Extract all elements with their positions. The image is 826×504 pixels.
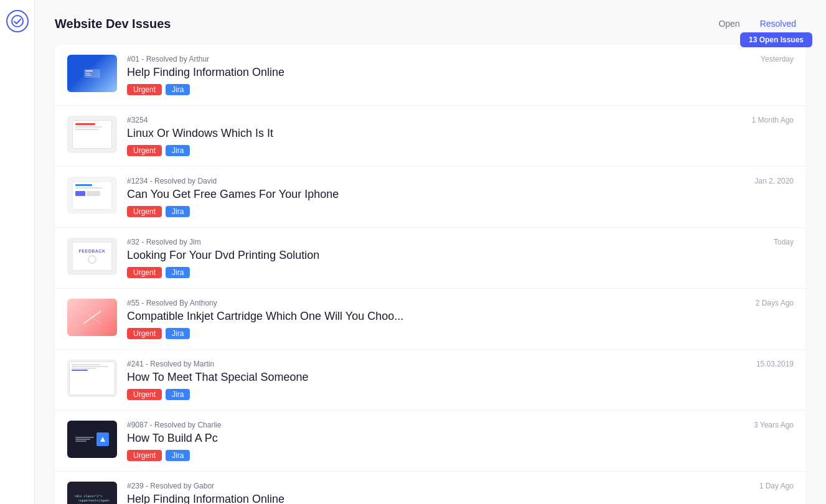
issue-item[interactable]: #01 - Resolved by Arthur Yesterday Help … [55, 45, 806, 106]
issue-body: #241 - Resolved by Martin 15.03.2019 How… [127, 360, 794, 400]
issue-number: #3254 [127, 116, 148, 124]
tag-jira: Jira [166, 328, 190, 339]
issue-number: #32 - Resolved by Jim [127, 238, 201, 246]
tag-jira: Jira [166, 450, 190, 461]
issue-date: Today [774, 238, 794, 246]
issue-body: #9087 - Resolved by Charlie 3 Years Ago … [127, 421, 794, 461]
sidebar-logo[interactable] [6, 10, 29, 32]
main-content: Website Dev Issues Open Resolved 13 Open… [35, 0, 826, 504]
header-tabs: Open Resolved 13 Open Issues [708, 15, 806, 32]
issue-item[interactable]: <div class="c"> <span>text</span></div> … [55, 472, 806, 504]
issue-title: Linux Or Windows Which Is It [127, 127, 794, 140]
tag-jira: Jira [166, 206, 190, 217]
issue-title: How To Meet That Special Someone [127, 371, 794, 384]
tag-jira: Jira [166, 389, 190, 400]
issue-title: Help Finding Information Online [127, 493, 794, 504]
issue-tags: UrgentJira [127, 328, 794, 339]
sidebar: G [0, 0, 35, 504]
page-title: Website Dev Issues [55, 17, 171, 31]
tag-urgent: Urgent [127, 389, 162, 400]
issue-date: 1 Day Ago [759, 482, 794, 490]
issue-date: Yesterday [761, 55, 794, 63]
issue-number: #9087 - Resolved by Charlie [127, 421, 221, 429]
issue-body: #1234 - Resolved by David Jan 2, 2020 Ca… [127, 177, 794, 217]
svg-rect-4 [85, 73, 90, 74]
issue-body: #55 - Resolved By Anthony 2 Days Ago Com… [127, 299, 794, 339]
issue-body: #3254 1 Month Ago Linux Or Windows Which… [127, 116, 794, 156]
issue-tags: UrgentJira [127, 145, 794, 156]
issue-body: #239 - Resolved by Gabor 1 Day Ago Help … [127, 482, 794, 504]
issue-body: #01 - Resolved by Arthur Yesterday Help … [127, 55, 794, 95]
issue-number: #01 - Resolved by Arthur [127, 55, 209, 63]
issue-title: Can You Get Free Games For Your Iphone [127, 188, 794, 201]
issue-meta: #241 - Resolved by Martin 15.03.2019 [127, 360, 794, 368]
issue-meta: #1234 - Resolved by David Jan 2, 2020 [127, 177, 794, 185]
tag-urgent: Urgent [127, 328, 162, 339]
issue-thumbnail [67, 360, 117, 397]
issue-thumbnail [67, 55, 117, 92]
issue-date: Jan 2, 2020 [754, 177, 794, 185]
svg-point-0 [12, 16, 23, 27]
issue-number: #55 - Resolved By Anthony [127, 299, 217, 307]
tag-urgent: Urgent [127, 84, 162, 95]
issue-item[interactable]: #1234 - Resolved by David Jan 2, 2020 Ca… [55, 167, 806, 228]
issue-meta: #9087 - Resolved by Charlie 3 Years Ago [127, 421, 794, 429]
issues-list: #01 - Resolved by Arthur Yesterday Help … [55, 45, 806, 504]
issue-thumbnail [67, 177, 117, 214]
svg-rect-5 [85, 75, 92, 76]
issue-meta: #239 - Resolved by Gabor 1 Day Ago [127, 482, 794, 490]
issue-meta: #32 - Resolved by Jim Today [127, 238, 794, 246]
issue-tags: UrgentJira [127, 389, 794, 400]
issue-thumbnail: FEEDBACK [67, 238, 117, 275]
issue-title: Looking For Your Dvd Printing Solution [127, 249, 794, 262]
issue-title: How To Build A Pc [127, 432, 794, 445]
issue-meta: #3254 1 Month Ago [127, 116, 794, 124]
issue-tags: UrgentJira [127, 450, 794, 461]
issue-body: #32 - Resolved by Jim Today Looking For … [127, 238, 794, 278]
open-issues-badge: 13 Open Issues [740, 32, 812, 47]
tag-urgent: Urgent [127, 145, 162, 156]
issue-tags: UrgentJira [127, 84, 794, 95]
tab-resolved[interactable]: Resolved [750, 15, 806, 32]
issue-title: Compatible Inkjet Cartridge Which One Wi… [127, 310, 794, 323]
issue-thumbnail [67, 299, 117, 336]
issue-thumbnail: <div class="c"> <span>text</span></div> [67, 482, 117, 504]
issue-date: 3 Years Ago [754, 421, 794, 429]
issue-item[interactable]: FEEDBACK #32 - Resolved by Jim Today Loo… [55, 228, 806, 289]
tag-jira: Jira [166, 267, 190, 278]
tag-jira: Jira [166, 145, 190, 156]
issue-item[interactable]: #3254 1 Month Ago Linux Or Windows Which… [55, 106, 806, 167]
issue-date: 1 Month Ago [752, 116, 794, 124]
issue-meta: #01 - Resolved by Arthur Yesterday [127, 55, 794, 63]
tag-urgent: Urgent [127, 206, 162, 217]
issue-item[interactable]: #55 - Resolved By Anthony 2 Days Ago Com… [55, 289, 806, 350]
issue-date: 2 Days Ago [756, 299, 794, 307]
issue-title: Help Finding Information Online [127, 66, 794, 79]
tag-jira: Jira [166, 84, 190, 95]
issue-item[interactable]: #9087 - Resolved by Charlie 3 Years Ago … [55, 411, 806, 472]
page-header: Website Dev Issues Open Resolved 13 Open… [55, 15, 806, 32]
issue-thumbnail [67, 116, 117, 153]
issue-item[interactable]: #241 - Resolved by Martin 15.03.2019 How… [55, 350, 806, 411]
issue-meta: #55 - Resolved By Anthony 2 Days Ago [127, 299, 794, 307]
tag-urgent: Urgent [127, 267, 162, 278]
issue-number: #241 - Resolved by Martin [127, 360, 214, 368]
issue-thumbnail [67, 421, 117, 458]
issue-tags: UrgentJira [127, 206, 794, 217]
issue-tags: UrgentJira [127, 267, 794, 278]
svg-rect-3 [85, 70, 93, 72]
tag-urgent: Urgent [127, 450, 162, 461]
issue-number: #1234 - Resolved by David [127, 177, 217, 185]
issue-number: #239 - Resolved by Gabor [127, 482, 214, 490]
tab-open[interactable]: Open [708, 15, 749, 32]
issue-date: 15.03.2019 [756, 360, 794, 368]
